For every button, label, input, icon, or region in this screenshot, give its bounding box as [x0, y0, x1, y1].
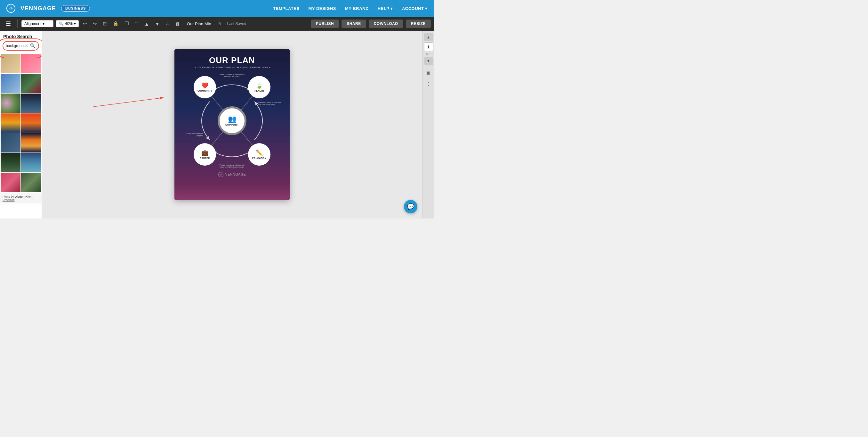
health-label: HEALTH [254, 90, 264, 92]
lock-button[interactable]: 🔒 [111, 20, 120, 28]
delete-button[interactable]: 🗑 [174, 20, 182, 28]
share-button[interactable]: SHARE [341, 20, 366, 28]
support-icon: 👥 [228, 115, 237, 123]
redo-button[interactable]: ↪ [91, 20, 99, 28]
diagram-container: 👥 SUPPORT ❤️ COMMUNITY 🍃 HEALTH 💼 CAREER [184, 73, 280, 169]
chat-bubble-button[interactable]: 💬 [404, 200, 417, 213]
photo-thumb[interactable] [1, 133, 21, 152]
community-node: ❤️ COMMUNITY [194, 76, 216, 98]
alignment-label: Alignment [24, 22, 41, 26]
photo-thumb[interactable] [21, 133, 41, 152]
photo-thumb[interactable] [21, 74, 41, 93]
photo-thumb[interactable] [1, 93, 21, 113]
page-current: 1 [424, 42, 433, 51]
page-down-button[interactable]: ▼ [424, 57, 433, 65]
toolbar-divider-1 [17, 19, 18, 28]
zoom-dropdown[interactable]: 🔍 40% ▾ [56, 20, 79, 27]
photo-thumb[interactable] [21, 113, 41, 133]
zoom-value: 40% [65, 22, 73, 26]
health-icon: 🍃 [256, 82, 263, 89]
up-button[interactable]: ▲ [143, 20, 151, 28]
layers-icon[interactable]: ▣ [424, 68, 433, 76]
main-area: Photo Search ✕ 🔍 [0, 31, 434, 218]
photo-thumb[interactable] [21, 153, 41, 172]
editor-toolbar: ☰ Alignment ▾ 🔍 40% ▾ ↩ ↪ ⊡ 🔒 ❐ ⇑ ▲ ▼ ⇓ … [0, 17, 434, 31]
photo-thumb[interactable] [1, 173, 21, 192]
career-icon: 💼 [201, 149, 208, 156]
center-label: SUPPORT [225, 123, 239, 126]
alignment-chevron-icon: ▾ [42, 22, 44, 26]
search-icon[interactable]: 🔍 [30, 43, 36, 49]
career-node: 💼 CAREER [194, 143, 216, 166]
top-navigation: ◷ VENNGAGE BUSINESS TEMPLATES MY DESIGNS… [0, 0, 434, 17]
education-icon: ✏️ [256, 149, 263, 156]
community-label: COMMUNITY [197, 90, 212, 92]
nav-templates[interactable]: TEMPLATES [273, 6, 299, 11]
zoom-chevron-icon: ▾ [74, 22, 76, 26]
move-up-button[interactable]: ⇑ [133, 20, 140, 28]
photo-panel-title: Photo Search [0, 31, 41, 41]
community-icon: ❤️ [201, 82, 208, 89]
last-saved-label: Last Saved: [227, 22, 247, 26]
copy-button[interactable]: ❐ [123, 20, 130, 28]
education-node: ✏️ EDUCATION [248, 143, 271, 166]
infographic-footer: ◷ VENNGAGE [218, 172, 246, 177]
more-options-icon[interactable]: ⋮ [424, 80, 433, 88]
photo-thumb[interactable] [21, 54, 41, 73]
download-button[interactable]: DOWNLOAD [369, 20, 403, 28]
infographic-subtitle: IS TO PROVIDE EVERYONE WITH EQUAL OPPORT… [194, 66, 270, 69]
photo-grid [0, 53, 41, 193]
nav-help[interactable]: HELP ▾ [378, 6, 393, 11]
logo-text: VENNGAGE [21, 5, 56, 12]
zoom-search-icon: 🔍 [59, 22, 64, 26]
publish-button[interactable]: PUBLISH [311, 20, 339, 28]
photo-thumb[interactable] [21, 93, 41, 113]
photo-thumb[interactable] [1, 54, 21, 73]
nav-right: TEMPLATES MY DESIGNS MY BRAND HELP ▾ ACC… [273, 6, 428, 11]
down-button[interactable]: ▼ [153, 20, 161, 28]
photo-search-input[interactable] [6, 43, 25, 48]
photo-panel: Photo Search ✕ 🔍 [0, 31, 41, 218]
right-panel: ▲ 1 of 1 ▼ ▣ ⋮ [423, 31, 434, 218]
resize-button[interactable]: RESIZE [406, 20, 431, 28]
nav-account[interactable]: ACCOUNT ▾ [402, 6, 428, 11]
photo-thumb[interactable] [1, 113, 21, 133]
infographic-title: OUR PLAN [209, 56, 255, 65]
logo-icon: ◷ [6, 4, 16, 13]
document-name: Our Plan Min... [187, 22, 215, 26]
svg-line-1 [93, 98, 163, 107]
footer-logo-icon: ◷ [218, 172, 223, 177]
arrow-annotation [91, 95, 168, 114]
nav-my-brand[interactable]: MY BRAND [345, 6, 369, 11]
undo-button[interactable]: ↩ [81, 20, 89, 28]
photo-thumb[interactable] [21, 173, 41, 192]
business-badge[interactable]: BUSINESS [61, 5, 90, 11]
page-total: of 1 [426, 53, 431, 56]
photo-attribution: Photo by Diego PH on Unsplash [0, 193, 41, 203]
infographic-card[interactable]: OUR PLAN IS TO PROVIDE EVERYONE WITH EQU… [175, 49, 290, 200]
move-down-button[interactable]: ⇓ [164, 20, 171, 28]
health-node: 🍃 HEALTH [248, 76, 271, 98]
nav-my-designs[interactable]: MY DESIGNS [309, 6, 336, 11]
photo-thumb[interactable] [1, 153, 21, 172]
alignment-dropdown[interactable]: Alignment ▾ [22, 20, 54, 27]
nav-left: ◷ VENNGAGE BUSINESS [6, 4, 90, 13]
page-up-button[interactable]: ▲ [424, 33, 433, 41]
photo-search-box: ✕ 🔍 [3, 41, 39, 51]
canvas-area[interactable]: OUR PLAN IS TO PROVIDE EVERYONE WITH EQU… [41, 31, 423, 218]
edit-name-icon[interactable]: ✎ [218, 22, 222, 26]
photo-thumb[interactable] [1, 74, 21, 93]
education-label: EDUCATION [252, 157, 266, 159]
crop-button[interactable]: ⊡ [101, 20, 108, 28]
career-label: CAREER [200, 157, 210, 159]
hamburger-menu[interactable]: ☰ [3, 19, 13, 29]
diagram-center-support: 👥 SUPPORT [218, 106, 246, 135]
footer-logo-text: VENNGAGE [225, 173, 246, 176]
clear-search-icon[interactable]: ✕ [25, 43, 29, 48]
